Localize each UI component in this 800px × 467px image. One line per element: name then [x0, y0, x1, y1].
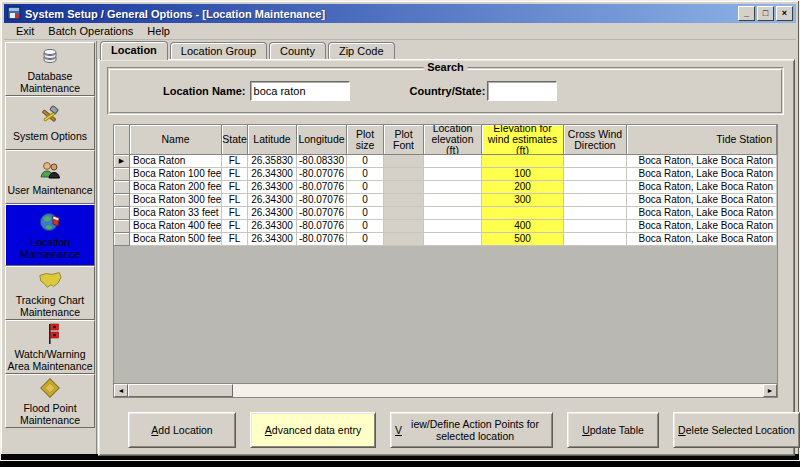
- cell-cross-wind-direction[interactable]: [564, 155, 627, 168]
- cell-tide-station[interactable]: Boca Raton, Lake Boca Raton: [627, 207, 777, 220]
- tab-county[interactable]: County: [269, 42, 326, 60]
- cell-tide-station[interactable]: Boca Raton, Lake Boca Raton: [627, 194, 777, 207]
- sidebar-item-flood-point-maintenance[interactable]: Flood Point Maintenance: [5, 374, 95, 428]
- cell-location-elevation-ft[interactable]: [424, 155, 482, 168]
- cell-state[interactable]: FL: [222, 233, 248, 246]
- cell-location-elevation-ft[interactable]: [424, 233, 482, 246]
- tab-zip-code[interactable]: Zip Code: [328, 42, 395, 60]
- cell-latitude[interactable]: 26.34300: [248, 207, 297, 220]
- row-selector-cell[interactable]: [114, 194, 130, 207]
- button-delete-selected-location[interactable]: Delete Selected Location: [673, 412, 800, 448]
- cell-plot-font[interactable]: [384, 207, 424, 220]
- cell-longitude[interactable]: -80.07076: [297, 168, 347, 181]
- cell-elevation-for-wind-estimates-ft[interactable]: 500: [482, 233, 564, 246]
- column-header-selector[interactable]: [114, 125, 130, 155]
- cell-longitude[interactable]: -80.07076: [297, 220, 347, 233]
- cell-longitude[interactable]: -80.07076: [297, 181, 347, 194]
- cell-cross-wind-direction[interactable]: [564, 181, 627, 194]
- cell-state[interactable]: FL: [222, 168, 248, 181]
- cell-state[interactable]: FL: [222, 220, 248, 233]
- cell-plot-font[interactable]: [384, 155, 424, 168]
- cell-tide-station[interactable]: Boca Raton, Lake Boca Raton: [627, 155, 777, 168]
- menu-item-help[interactable]: Help: [140, 23, 177, 39]
- cell-elevation-for-wind-estimates-ft[interactable]: 400: [482, 220, 564, 233]
- horizontal-scrollbar[interactable]: ◄ ►: [114, 383, 777, 397]
- cell-tide-station[interactable]: Boca Raton, Lake Boca Raton: [627, 233, 777, 246]
- table-row[interactable]: ▶Boca RatonFL26.35830-80.083300Boca Rato…: [114, 155, 777, 168]
- cell-latitude[interactable]: 26.34300: [248, 220, 297, 233]
- cell-tide-station[interactable]: Boca Raton, Lake Boca Raton: [627, 181, 777, 194]
- column-header-plot-size[interactable]: Plot size: [347, 125, 384, 155]
- tab-location-group[interactable]: Location Group: [170, 42, 267, 60]
- column-header-longitude[interactable]: Longitude: [297, 125, 347, 155]
- column-header-name[interactable]: Name: [130, 125, 222, 155]
- cell-name[interactable]: Boca Raton 300 feet: [130, 194, 222, 207]
- table-row[interactable]: Boca Raton 33 feetFL26.34300-80.070760Bo…: [114, 207, 777, 220]
- scroll-right-icon[interactable]: ►: [763, 384, 777, 397]
- table-row[interactable]: Boca Raton 200 feetFL26.34300-80.0707602…: [114, 181, 777, 194]
- cell-plot-size[interactable]: 0: [347, 168, 384, 181]
- column-header-cross-wind-direction[interactable]: Cross Wind Direction: [564, 125, 627, 155]
- row-selector-cell[interactable]: [114, 181, 130, 194]
- cell-plot-size[interactable]: 0: [347, 207, 384, 220]
- cell-name[interactable]: Boca Raton 500 feet: [130, 233, 222, 246]
- row-selector-cell[interactable]: [114, 220, 130, 233]
- cell-elevation-for-wind-estimates-ft[interactable]: [482, 155, 564, 168]
- cell-plot-size[interactable]: 0: [347, 155, 384, 168]
- cell-plot-font[interactable]: [384, 194, 424, 207]
- scrollbar-thumb[interactable]: [128, 384, 233, 397]
- cell-location-elevation-ft[interactable]: [424, 207, 482, 220]
- minimize-icon[interactable]: _: [738, 6, 755, 21]
- row-selector-cell[interactable]: ▶: [114, 155, 130, 168]
- cell-latitude[interactable]: 26.34300: [248, 194, 297, 207]
- cell-latitude[interactable]: 26.34300: [248, 168, 297, 181]
- button-update-table[interactable]: Update Table: [567, 412, 659, 448]
- cell-name[interactable]: Boca Raton 100 feet: [130, 168, 222, 181]
- column-header-plot-font[interactable]: Plot Font: [384, 125, 424, 155]
- title-bar[interactable]: System Setup / General Options - [Locati…: [4, 4, 796, 23]
- cell-plot-font[interactable]: [384, 168, 424, 181]
- tab-location[interactable]: Location: [100, 41, 168, 60]
- cell-longitude[interactable]: -80.07076: [297, 207, 347, 220]
- cell-name[interactable]: Boca Raton 200 feet: [130, 181, 222, 194]
- cell-longitude[interactable]: -80.08330: [297, 155, 347, 168]
- cell-state[interactable]: FL: [222, 207, 248, 220]
- table-row[interactable]: Boca Raton 300 feetFL26.34300-80.0707603…: [114, 194, 777, 207]
- table-row[interactable]: Boca Raton 500 feetFL26.34300-80.0707605…: [114, 233, 777, 246]
- cell-location-elevation-ft[interactable]: [424, 220, 482, 233]
- cell-elevation-for-wind-estimates-ft[interactable]: 100: [482, 168, 564, 181]
- button-view-define-action-points-for-selected-location[interactable]: View/Define Action Points for selected l…: [390, 412, 553, 448]
- cell-cross-wind-direction[interactable]: [564, 233, 627, 246]
- cell-name[interactable]: Boca Raton 400 feet: [130, 220, 222, 233]
- cell-plot-size[interactable]: 0: [347, 194, 384, 207]
- cell-plot-font[interactable]: [384, 181, 424, 194]
- cell-name[interactable]: Boca Raton: [130, 155, 222, 168]
- close-icon[interactable]: ×: [776, 6, 793, 21]
- column-header-state[interactable]: State: [222, 125, 248, 155]
- cell-location-elevation-ft[interactable]: [424, 194, 482, 207]
- scroll-left-icon[interactable]: ◄: [114, 384, 128, 397]
- cell-plot-size[interactable]: 0: [347, 181, 384, 194]
- cell-cross-wind-direction[interactable]: [564, 194, 627, 207]
- cell-tide-station[interactable]: Boca Raton, Lake Boca Raton: [627, 220, 777, 233]
- location-name-input[interactable]: [250, 81, 350, 101]
- cell-name[interactable]: Boca Raton 33 feet: [130, 207, 222, 220]
- button-advanced-data-entry[interactable]: Advanced data entry: [250, 412, 376, 448]
- country-state-input[interactable]: [487, 81, 557, 101]
- cell-elevation-for-wind-estimates-ft[interactable]: 200: [482, 181, 564, 194]
- cell-state[interactable]: FL: [222, 194, 248, 207]
- row-selector-cell[interactable]: [114, 207, 130, 220]
- cell-state[interactable]: FL: [222, 181, 248, 194]
- maximize-icon[interactable]: □: [757, 6, 774, 21]
- cell-location-elevation-ft[interactable]: [424, 181, 482, 194]
- sidebar-item-watch-warning-area-maintenance[interactable]: Watch/Warning Area Maintenance: [5, 320, 95, 374]
- menu-item-exit[interactable]: Exit: [9, 23, 41, 39]
- row-selector-cell[interactable]: [114, 168, 130, 181]
- cell-elevation-for-wind-estimates-ft[interactable]: [482, 207, 564, 220]
- column-header-location-elevation-ft[interactable]: Location elevation (ft): [424, 125, 482, 155]
- table-row[interactable]: Boca Raton 400 feetFL26.34300-80.0707604…: [114, 220, 777, 233]
- cell-state[interactable]: FL: [222, 155, 248, 168]
- sidebar-item-tracking-chart-maintenance[interactable]: Tracking Chart Maintenance: [5, 266, 95, 320]
- column-header-latitude[interactable]: Latitude: [248, 125, 297, 155]
- cell-plot-size[interactable]: 0: [347, 220, 384, 233]
